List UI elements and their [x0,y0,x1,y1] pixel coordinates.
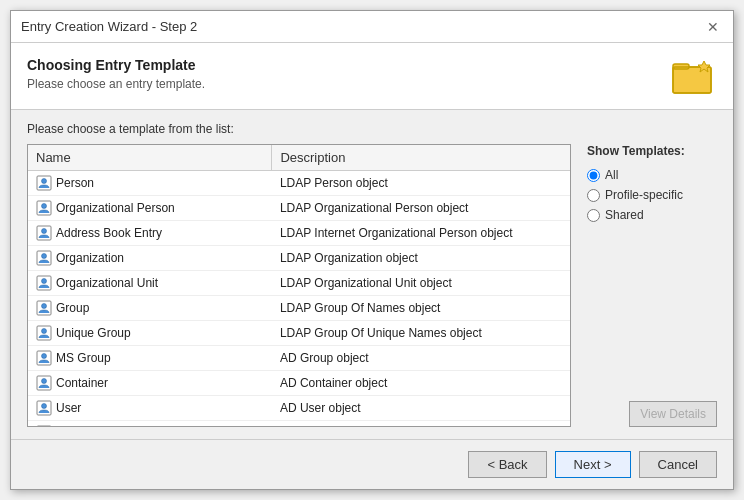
table-cell-name: Organizational Unit [28,271,272,296]
table-cell-description: AD Group object [272,346,570,371]
table-cell-name-text: Organizational Person [56,201,175,215]
radio-group: All Profile-specific Shared [587,168,717,222]
svg-point-9 [42,229,47,234]
table-row[interactable]: ComputerAD Computer object [28,421,570,428]
entry-type-icon [36,200,52,216]
table-row[interactable]: GroupLDAP Group Of Names object [28,296,570,321]
svg-point-23 [42,404,47,409]
radio-profile-specific[interactable]: Profile-specific [587,188,717,202]
table-cell-name-text: Computer [56,426,109,427]
svg-point-17 [42,329,47,334]
svg-point-11 [42,254,47,259]
table-header: Name Description [28,145,570,171]
template-table-container[interactable]: Name Description PersonLDAP Person objec… [27,144,571,427]
table-cell-name: User [28,396,272,421]
table-cell-name-text: Person [56,176,94,190]
svg-point-15 [42,304,47,309]
radio-shared-label: Shared [605,208,644,222]
entry-type-icon [36,425,52,427]
table-cell-name: Container [28,371,272,396]
svg-rect-0 [673,67,711,93]
entry-type-icon [36,250,52,266]
table-row[interactable]: UserAD User object [28,396,570,421]
table-cell-description: AD Container object [272,371,570,396]
table-cell-name: Computer [28,421,272,428]
table-row[interactable]: Organizational UnitLDAP Organizational U… [28,271,570,296]
svg-rect-24 [37,426,51,427]
radio-profile-label: Profile-specific [605,188,683,202]
entry-type-icon [36,350,52,366]
entry-type-icon [36,300,52,316]
table-cell-name: Address Book Entry [28,221,272,246]
header-section: Choosing Entry Template Please choose an… [11,43,733,110]
dialog-window: Entry Creation Wizard - Step 2 ✕ Choosin… [10,10,734,490]
table-cell-name-text: Address Book Entry [56,226,162,240]
table-cell-description: LDAP Person object [272,171,570,196]
entry-type-icon [36,325,52,341]
radio-shared[interactable]: Shared [587,208,717,222]
next-button[interactable]: Next > [555,451,631,478]
table-body: PersonLDAP Person object Organizational … [28,171,570,428]
col-description: Description [272,145,570,171]
header-text: Choosing Entry Template Please choose an… [27,57,205,91]
heading: Choosing Entry Template [27,57,205,73]
main-content: Name Description PersonLDAP Person objec… [27,144,717,427]
table-cell-name: Unique Group [28,321,272,346]
radio-all-input[interactable] [587,169,600,182]
entry-type-icon [36,175,52,191]
table-cell-name-text: Organizational Unit [56,276,158,290]
table-cell-name: Organizational Person [28,196,272,221]
content-area: Please choose a template from the list: … [11,110,733,439]
entry-type-icon [36,400,52,416]
table-row[interactable]: Unique GroupLDAP Group Of Unique Names o… [28,321,570,346]
svg-point-7 [42,204,47,209]
table-cell-name: Person [28,171,272,196]
svg-point-13 [42,279,47,284]
back-button[interactable]: < Back [468,451,546,478]
right-panel: Show Templates: All Profile-specific Sha… [587,144,717,427]
entry-type-icon [36,225,52,241]
subheading: Please choose an entry template. [27,77,205,91]
table-row[interactable]: ContainerAD Container object [28,371,570,396]
table-cell-description: LDAP Group Of Unique Names object [272,321,570,346]
table-row[interactable]: Organizational PersonLDAP Organizational… [28,196,570,221]
table-row[interactable]: Address Book EntryLDAP Internet Organiza… [28,221,570,246]
radio-profile-input[interactable] [587,189,600,202]
svg-point-21 [42,379,47,384]
table-cell-name-text: Group [56,301,89,315]
table-row[interactable]: MS GroupAD Group object [28,346,570,371]
entry-type-icon [36,275,52,291]
table-cell-description: LDAP Organization object [272,246,570,271]
table-cell-name-text: User [56,401,81,415]
table-cell-name-text: Organization [56,251,124,265]
radio-shared-input[interactable] [587,209,600,222]
table-cell-description: LDAP Organizational Unit object [272,271,570,296]
table-cell-description: AD User object [272,396,570,421]
table-cell-description: LDAP Internet Organizational Person obje… [272,221,570,246]
table-cell-name: Group [28,296,272,321]
table-row[interactable]: OrganizationLDAP Organization object [28,246,570,271]
table-cell-name: Organization [28,246,272,271]
template-table: Name Description PersonLDAP Person objec… [28,145,570,427]
show-templates-label: Show Templates: [587,144,717,158]
table-cell-name: MS Group [28,346,272,371]
view-details-button[interactable]: View Details [629,401,717,427]
instruction-label: Please choose a template from the list: [27,122,717,136]
radio-all[interactable]: All [587,168,717,182]
table-cell-name-text: MS Group [56,351,111,365]
footer: < Back Next > Cancel [11,439,733,489]
entry-type-icon [36,375,52,391]
svg-point-19 [42,354,47,359]
cancel-button[interactable]: Cancel [639,451,717,478]
table-cell-name-text: Container [56,376,108,390]
table-row[interactable]: PersonLDAP Person object [28,171,570,196]
svg-point-5 [42,179,47,184]
title-bar: Entry Creation Wizard - Step 2 ✕ [11,11,733,43]
table-cell-name-text: Unique Group [56,326,131,340]
close-button[interactable]: ✕ [703,17,723,37]
dialog-title: Entry Creation Wizard - Step 2 [21,19,197,34]
table-cell-description: LDAP Group Of Names object [272,296,570,321]
table-cell-description: LDAP Organizational Person object [272,196,570,221]
header-icon [669,57,717,97]
radio-all-label: All [605,168,618,182]
